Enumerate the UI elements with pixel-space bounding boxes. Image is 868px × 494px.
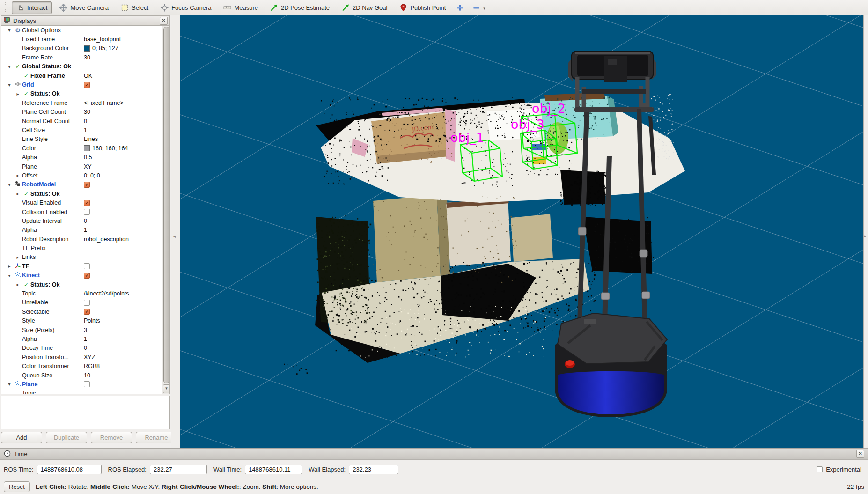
display-row-selectable[interactable]: Selectable	[1, 307, 162, 316]
display-row-cell-size[interactable]: Cell Size1	[1, 125, 162, 134]
property-value[interactable]: 160; 160; 164	[92, 145, 128, 152]
add-button[interactable]: Add	[1, 432, 42, 443]
display-row-tf[interactable]: ▸TF	[1, 262, 162, 271]
display-row-plane[interactable]: PlaneXY	[1, 162, 162, 171]
display-row-fixed-frame[interactable]: ✓Fixed FrameOK	[1, 71, 162, 80]
property-value[interactable]: 1	[84, 227, 87, 233]
tool-focus-camera[interactable]: Focus Camera	[156, 1, 216, 14]
checkbox-unchecked[interactable]	[84, 263, 90, 269]
wall-elapsed-input[interactable]: 232.23	[349, 465, 398, 474]
property-value[interactable]: Lines	[84, 136, 98, 142]
display-row-color-transformer[interactable]: Color TransformerRGB8	[1, 361, 162, 370]
expander-open-icon[interactable]: ▾	[5, 28, 14, 33]
property-value[interactable]: <Fixed Frame>	[84, 100, 124, 106]
toolbar-drag-handle[interactable]	[5, 2, 8, 13]
property-value[interactable]: base_footprint	[84, 36, 121, 43]
tool-interact[interactable]: Interact	[12, 1, 52, 14]
expander-closed-icon[interactable]: ▸	[14, 282, 22, 287]
color-swatch[interactable]	[84, 45, 90, 52]
display-row-tf-prefix[interactable]: TF Prefix	[1, 243, 162, 252]
display-row-alpha[interactable]: Alpha0.5	[1, 153, 162, 162]
checkbox-unchecked[interactable]	[84, 300, 90, 306]
property-value[interactable]: 0	[84, 345, 87, 351]
property-value[interactable]: Points	[84, 317, 100, 324]
time-panel-titlebar[interactable]: Time ✕	[0, 448, 868, 460]
display-row-robot-description[interactable]: Robot Descriptionrobot_description	[1, 235, 162, 243]
property-value[interactable]: XYZ	[84, 354, 95, 361]
property-value[interactable]: XY	[84, 163, 92, 170]
experimental-checkbox[interactable]	[817, 466, 823, 472]
ros-time-input[interactable]: 1488768610.08	[37, 465, 102, 474]
property-value[interactable]: 0	[84, 218, 87, 224]
display-row-normal-cell-count[interactable]: Normal Cell Count0	[1, 117, 162, 125]
checkbox-unchecked[interactable]	[84, 381, 90, 387]
display-row-topic[interactable]: Topic/kinect2/sd/points	[1, 289, 162, 298]
display-row-grid[interactable]: ▾Grid	[1, 80, 162, 89]
display-row-plane-cell-count[interactable]: Plane Cell Count30	[1, 108, 162, 117]
display-row-global-options[interactable]: ▾⚙Global Options	[1, 26, 162, 35]
close-icon[interactable]: ✕	[856, 450, 864, 458]
display-row-kinect[interactable]: ▾Kinect	[1, 271, 162, 280]
panel-splitter[interactable]: ◂	[171, 15, 180, 448]
display-row-links[interactable]: ▸Links	[1, 253, 162, 262]
property-value[interactable]: robot_description	[84, 236, 129, 243]
reset-button[interactable]: Reset	[4, 481, 30, 492]
property-value[interactable]: 0; 0; 0	[84, 172, 100, 179]
displays-panel-titlebar[interactable]: Displays ✕	[1, 15, 170, 26]
display-row-alpha[interactable]: Alpha1	[1, 334, 162, 343]
property-value[interactable]: 1	[84, 336, 87, 342]
property-value[interactable]: 0.5	[84, 154, 92, 161]
collapse-left-icon[interactable]: ◂	[173, 234, 176, 239]
display-row-status-ok[interactable]: ▸✓Status: Ok	[1, 189, 162, 198]
display-row-robotmodel[interactable]: ▾RobotModel	[1, 180, 162, 189]
wall-time-input[interactable]: 1488768610.11	[245, 465, 302, 474]
checkbox-checked[interactable]	[84, 82, 90, 88]
display-row-reference-frame[interactable]: Reference Frame<Fixed Frame>	[1, 98, 162, 107]
property-value[interactable]: 0	[84, 118, 87, 125]
property-value[interactable]: 0; 85; 127	[92, 45, 118, 52]
checkbox-checked[interactable]	[84, 273, 90, 279]
right-dock-splitter[interactable]: ▸	[863, 15, 868, 448]
color-swatch[interactable]	[84, 145, 90, 151]
property-value[interactable]: RGB8	[84, 363, 100, 369]
display-row-topic[interactable]: Topic	[1, 389, 162, 394]
tool-2d-pose-estimate[interactable]: 2D Pose Estimate	[265, 1, 334, 14]
checkbox-checked[interactable]	[84, 200, 90, 206]
display-row-position-transfo-[interactable]: Position Transfo...XYZ	[1, 353, 162, 361]
property-value[interactable]: /kinect2/sd/points	[84, 290, 129, 297]
3d-viewport[interactable]: JD.com	[180, 15, 863, 448]
expander-closed-icon[interactable]: ▸	[14, 173, 22, 178]
display-row-unreliable[interactable]: Unreliable	[1, 298, 162, 307]
display-row-collision-enabled[interactable]: Collision Enabled	[1, 207, 162, 216]
checkbox-unchecked[interactable]	[84, 209, 90, 215]
display-row-queue-size[interactable]: Queue Size10	[1, 371, 162, 380]
display-row-line-style[interactable]: Line StyleLines	[1, 135, 162, 144]
scroll-down-icon[interactable]: ▼	[163, 384, 170, 393]
property-value[interactable]: 10	[84, 372, 90, 379]
tree-scrollbar[interactable]: ▼	[162, 26, 169, 394]
display-row-size-pixels-[interactable]: Size (Pixels)3	[1, 325, 162, 334]
display-row-offset[interactable]: ▸Offset0; 0; 0	[1, 171, 162, 180]
display-row-global-status-ok[interactable]: ▾✓Global Status: Ok	[1, 62, 162, 71]
property-value[interactable]: OK	[84, 73, 92, 79]
chevron-down-icon[interactable]: ▾	[483, 4, 485, 11]
tool-minus[interactable]: ▾	[470, 1, 488, 14]
display-row-background-color[interactable]: Background Color0; 85; 127	[1, 44, 162, 53]
expander-closed-icon[interactable]: ▸	[14, 191, 22, 196]
property-value[interactable]: 30	[84, 109, 90, 115]
display-row-status-ok[interactable]: ▸✓Status: Ok	[1, 280, 162, 289]
display-row-plane[interactable]: ▾Plane	[1, 380, 162, 389]
expander-closed-icon[interactable]: ▸	[14, 91, 22, 96]
close-icon[interactable]: ✕	[160, 17, 168, 25]
display-row-style[interactable]: StylePoints	[1, 317, 162, 325]
expander-open-icon[interactable]: ▾	[5, 182, 14, 187]
display-row-status-ok[interactable]: ▸✓Status: Ok	[1, 89, 162, 98]
display-row-color[interactable]: Color160; 160; 164	[1, 144, 162, 153]
tool-select[interactable]: Select	[116, 1, 153, 14]
expander-closed-icon[interactable]: ▸	[5, 264, 14, 269]
display-row-visual-enabled[interactable]: Visual Enabled	[1, 198, 162, 207]
scrollbar-thumb[interactable]	[163, 27, 169, 383]
tool-2d-nav-goal[interactable]: 2D Nav Goal	[337, 1, 392, 14]
display-row-frame-rate[interactable]: Frame Rate30	[1, 53, 162, 62]
checkbox-checked[interactable]	[84, 182, 90, 188]
